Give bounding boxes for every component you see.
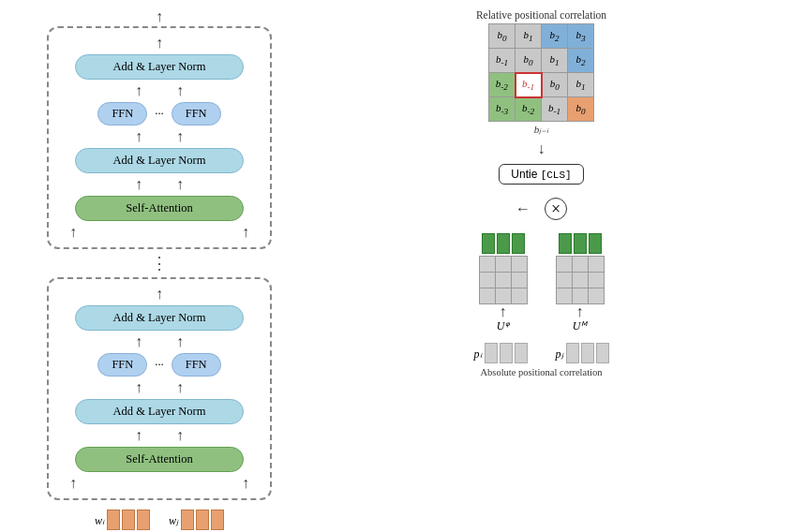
rel-pos-section: Relative positional correlation b0 b1 b2… bbox=[476, 9, 606, 136]
wi-tiles bbox=[107, 510, 150, 530]
wi-embed-group: wᵢ bbox=[95, 510, 150, 530]
arrow-to-untie: ↓ bbox=[538, 141, 545, 156]
ffn-dots-bottom: ··· bbox=[155, 358, 163, 372]
wj-tile-3 bbox=[211, 510, 224, 530]
arrow-a1: ↑ ↑ bbox=[135, 83, 184, 98]
wj-embed-group: wⱼ bbox=[169, 510, 224, 530]
bottom-transformer-block: ↑ Add & Layer Norm ↑ ↑ FFN ··· FFN ↑ ↑ A… bbox=[47, 277, 272, 500]
cell-0-3: b3 bbox=[568, 24, 594, 49]
cell-1-1: b0 bbox=[516, 49, 542, 73]
arrow-left-branch: ← bbox=[516, 201, 530, 216]
pj-group: pⱼ bbox=[556, 343, 609, 363]
uk-c5 bbox=[573, 273, 588, 288]
uq-c2 bbox=[496, 257, 511, 272]
pi-tile-2 bbox=[500, 343, 513, 363]
uk-group: ↑ Uᴹ bbox=[556, 231, 605, 335]
ffn-row-bottom: FFN ··· FFN bbox=[97, 353, 220, 377]
arrow-c2: ↑ ↑ bbox=[135, 428, 184, 443]
uk-c3 bbox=[589, 257, 604, 272]
arrow-c1: ↑ ↑ bbox=[135, 177, 184, 192]
cell-3-2: b-1 bbox=[542, 97, 568, 122]
matrix-row-0: b0 b1 b2 b3 bbox=[489, 24, 594, 49]
uq-green-2 bbox=[497, 233, 510, 254]
uq-matrix bbox=[479, 256, 528, 304]
arrow-uq: ↑ bbox=[500, 304, 507, 319]
wi-tile-1 bbox=[107, 510, 120, 530]
embedding-row: wᵢ wⱼ bbox=[95, 510, 224, 530]
wi-tile-3 bbox=[137, 510, 150, 530]
untie-cls-box: Untie [CLS] bbox=[499, 164, 583, 185]
uk-green-top bbox=[559, 233, 602, 254]
uk-green-3 bbox=[589, 233, 602, 254]
uq-c5 bbox=[496, 273, 511, 288]
arrow-b1: ↑ ↑ bbox=[135, 129, 184, 144]
uq-c7 bbox=[480, 288, 495, 303]
uk-green-2 bbox=[574, 233, 587, 254]
pj-tiles bbox=[566, 343, 609, 363]
bottom-self-attention: Self-Attention bbox=[75, 447, 244, 472]
left-side: ↑ ↑ Add & Layer Norm ↑ ↑ FFN ··· FFN ↑ ↑… bbox=[19, 9, 300, 532]
uq-label: Uᵠ bbox=[497, 319, 510, 333]
uq-c6 bbox=[512, 273, 527, 288]
uk-c7 bbox=[557, 288, 572, 303]
pi-label: pᵢ bbox=[474, 347, 482, 362]
matrix-row-2: b-2 b-1 b0 b1 bbox=[489, 73, 594, 97]
arrow-a2: ↑ ↑ bbox=[135, 334, 184, 349]
cell-2-2: b0 bbox=[542, 73, 568, 97]
pj-tile-1 bbox=[566, 343, 579, 363]
uq-c3 bbox=[512, 257, 527, 272]
uk-green-1 bbox=[559, 233, 572, 254]
rel-pos-matrix: b0 b1 b2 b3 b-1 b0 b1 b2 b-2 b-1 b0 bbox=[488, 23, 594, 122]
multiply-symbol: × bbox=[545, 198, 567, 220]
pos-section: pᵢ pⱼ bbox=[474, 343, 609, 363]
ffn-row-top: FFN ··· FFN bbox=[97, 102, 220, 126]
uq-c4 bbox=[480, 273, 495, 288]
pi-tile-3 bbox=[515, 343, 528, 363]
uq-green-top bbox=[482, 233, 525, 254]
uk-label: Uᴹ bbox=[573, 319, 588, 333]
top-self-attention: Self-Attention bbox=[75, 196, 244, 221]
transformer-blocks: ↑ ↑ Add & Layer Norm ↑ ↑ FFN ··· FFN ↑ ↑… bbox=[47, 9, 272, 532]
vertical-dots: ⋮ bbox=[151, 253, 168, 273]
pj-tile-2 bbox=[581, 343, 594, 363]
cell-3-1: b-2 bbox=[516, 97, 542, 122]
arrow-d1-right: ↑ bbox=[242, 225, 249, 240]
cell-1-3: b2 bbox=[568, 49, 594, 73]
abs-pos-label: Absolute positional correlation bbox=[480, 367, 602, 377]
uk-c9 bbox=[589, 288, 604, 303]
wi-tile-2 bbox=[122, 510, 135, 530]
cell-0-2: b2 bbox=[542, 24, 568, 49]
uk-matrix bbox=[556, 256, 605, 304]
arrow-d2-right: ↑ bbox=[242, 476, 249, 491]
arrow-uk: ↑ bbox=[576, 304, 584, 319]
diagram-area: ↑ ↑ Add & Layer Norm ↑ ↑ FFN ··· FFN ↑ ↑… bbox=[19, 9, 773, 532]
ffn-right-top: FFN bbox=[172, 102, 221, 126]
wj-tile-2 bbox=[196, 510, 209, 530]
wi-label: wᵢ bbox=[95, 514, 104, 528]
ffn-left-bottom: FFN bbox=[97, 353, 147, 377]
cls-label: [CLS] bbox=[541, 170, 572, 181]
uq-green-1 bbox=[482, 233, 495, 254]
cell-3-3: b0 bbox=[568, 97, 594, 122]
uq-group: ↑ Uᵠ bbox=[479, 231, 528, 335]
cell-3-0: b-3 bbox=[489, 97, 516, 122]
cell-1-2: b1 bbox=[542, 49, 568, 73]
uk-c4 bbox=[557, 273, 572, 288]
cell-2-0: b-2 bbox=[489, 73, 516, 97]
pj-tile-3 bbox=[596, 343, 609, 363]
top-add-layer-norm-top: Add & Layer Norm bbox=[75, 54, 244, 80]
uk-c1 bbox=[557, 257, 572, 272]
figure-container: ↑ ↑ Add & Layer Norm ↑ ↑ FFN ··· FFN ↑ ↑… bbox=[19, 9, 773, 532]
wj-label: wⱼ bbox=[169, 514, 178, 528]
cell-2-3: b1 bbox=[568, 73, 594, 97]
cell-0-1: b1 bbox=[516, 24, 542, 49]
wj-tile-1 bbox=[181, 510, 194, 530]
arrow-d2-left: ↑ bbox=[69, 476, 77, 491]
pi-tile-1 bbox=[485, 343, 498, 363]
uq-c9 bbox=[512, 288, 527, 303]
arrow-d1-left: ↑ bbox=[69, 225, 77, 240]
uk-c8 bbox=[573, 288, 588, 303]
cell-2-1-highlight: b-1 bbox=[516, 73, 542, 97]
uq-c8 bbox=[496, 288, 511, 303]
top-transformer-block: ↑ Add & Layer Norm ↑ ↑ FFN ··· FFN ↑ ↑ A… bbox=[47, 26, 272, 249]
